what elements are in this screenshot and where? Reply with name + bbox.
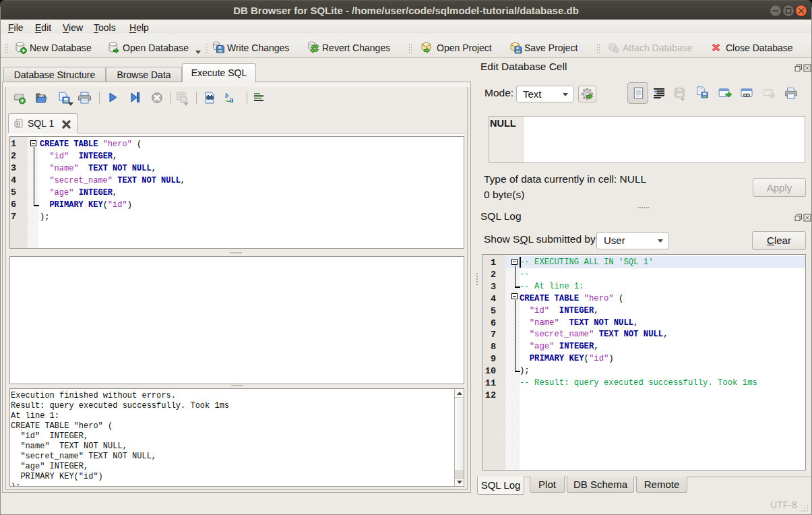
svg-text:b: b [225, 92, 228, 99]
svg-text:a: a [229, 94, 234, 104]
